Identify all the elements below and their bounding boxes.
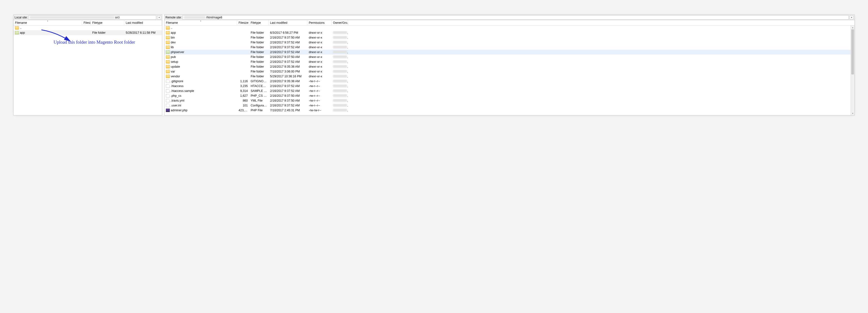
- table-row[interactable]: varFile folder7/10/2017 3:06:00 PMdrwxr-…: [164, 69, 850, 74]
- remote-path-dropdown[interactable]: ▾: [849, 16, 854, 20]
- owner-cell: [332, 80, 348, 83]
- owner-cell: [332, 70, 348, 74]
- file-icon: [166, 94, 170, 97]
- permissions-cell: drwxr-xr-x: [307, 36, 332, 39]
- local-col-lastmod[interactable]: Last modified: [124, 20, 162, 25]
- filetype-cell: File folder: [249, 41, 269, 44]
- filename-cell: .htaccess.sample: [164, 89, 237, 93]
- owner-blur: [333, 80, 347, 82]
- table-row[interactable]: adminer.php423,951PHP File7/10/2017 2:45…: [164, 108, 850, 113]
- scroll-down-icon[interactable]: ▾: [851, 111, 855, 115]
- filename-text: app: [171, 31, 176, 34]
- table-row[interactable]: libFile folder2/16/2017 9:37:52 AMdrwxr-…: [164, 45, 850, 50]
- permissions-cell: -rw-r--r--: [307, 84, 332, 88]
- filename-text: .gitignore: [171, 80, 183, 83]
- remote-col-perms[interactable]: Permissions: [307, 20, 332, 25]
- permissions-cell: drwxr-xr-x: [307, 70, 332, 73]
- local-path-input[interactable]: src\: [29, 15, 156, 20]
- owner-cell: [332, 65, 348, 68]
- owner-cell: [332, 109, 348, 112]
- filesize-cell: 9,314: [237, 89, 249, 93]
- filetype-cell: File folder: [249, 55, 269, 59]
- filename-cell: update: [164, 65, 237, 68]
- table-row[interactable]: devFile folder2/16/2017 9:37:52 AMdrwxr-…: [164, 40, 850, 45]
- filetype-cell: File folder: [249, 60, 269, 63]
- filename-text: vendor: [171, 75, 180, 78]
- table-row[interactable]: setupFile folder2/16/2017 9:37:52 AMdrwx…: [164, 59, 850, 64]
- lastmod-cell: 2/16/2017 9:37:50 AM: [269, 94, 307, 97]
- table-row[interactable]: ..: [13, 25, 162, 30]
- filetype-cell: File folder: [249, 51, 269, 54]
- filetype-cell: File folder: [249, 46, 269, 49]
- remote-col-lastmod[interactable]: Last modified: [269, 20, 307, 25]
- table-row[interactable]: .user.ini101Configurat...2/16/2017 9:37:…: [164, 103, 850, 108]
- local-header: Local site: src\ ▾: [13, 15, 162, 20]
- table-row[interactable]: .php_cs1,627PHP_CS File2/16/2017 9:37:50…: [164, 93, 850, 98]
- table-row[interactable]: .gitignore1,116GITIGNOR...2/16/2017 9:35…: [164, 79, 850, 84]
- table-row[interactable]: appFile folder6/3/2017 6:56:27 PMdrwxr-x…: [164, 30, 850, 35]
- local-rows[interactable]: ..appFile folder5/26/2017 6:11:58 PM: [13, 25, 162, 115]
- filetype-cell: File folder: [249, 65, 269, 68]
- folder-icon: [166, 75, 170, 78]
- remote-col-owner[interactable]: Owner/Gro...: [332, 20, 348, 25]
- owner-cell: [332, 94, 348, 98]
- lastmod-cell: 2/16/2017 9:37:52 AM: [269, 51, 307, 54]
- table-row[interactable]: .htaccess.sample9,314SAMPLE File2/16/201…: [164, 88, 850, 93]
- folder-icon: [166, 70, 170, 73]
- owner-blur: [333, 41, 347, 44]
- remote-scrollbar[interactable]: ▴ ▾: [850, 25, 855, 115]
- scroll-up-icon[interactable]: ▴: [851, 25, 855, 29]
- chevron-down-icon: ▾: [159, 16, 160, 19]
- scroll-thumb[interactable]: [851, 29, 854, 75]
- filesize-cell: 423,951: [237, 109, 249, 112]
- table-row[interactable]: .htaccess3,235HTACCESS...2/16/2017 9:37:…: [164, 84, 850, 88]
- owner-blur: [333, 31, 347, 34]
- permissions-cell: -rw-r--r--: [307, 94, 332, 97]
- remote-rows[interactable]: ..appFile folder6/3/2017 6:56:27 PMdrwxr…: [164, 25, 850, 115]
- local-col-filetype[interactable]: Filetype: [91, 20, 124, 25]
- table-row[interactable]: updateFile folder2/16/2017 9:35:38 AMdrw…: [164, 64, 850, 69]
- local-columns: Filename ▴ Filesize Filetype Last modifi…: [13, 20, 162, 25]
- table-row[interactable]: ..: [164, 25, 850, 30]
- permissions-cell: drwxr-xr-x: [307, 41, 332, 44]
- table-row[interactable]: vendorFile folder5/29/2017 10:36:16 PMdr…: [164, 74, 850, 79]
- table-row[interactable]: pubFile folder2/16/2017 9:37:50 AMdrwxr-…: [164, 55, 850, 59]
- lastmod-cell: 2/16/2017 9:35:38 AM: [269, 80, 307, 83]
- file-icon: [166, 80, 170, 83]
- filetype-cell: PHP_CS File: [249, 94, 269, 97]
- local-path-dropdown[interactable]: ▾: [157, 16, 161, 20]
- table-row[interactable]: appFile folder5/26/2017 6:11:58 PM: [13, 30, 162, 35]
- owner-cell: [332, 104, 348, 107]
- filename-text: .htaccess.sample: [171, 89, 194, 93]
- filename-text: phpserver: [171, 51, 184, 54]
- owner-cell: [332, 36, 348, 39]
- filename-text: update: [171, 65, 180, 68]
- table-row[interactable]: phpserverFile folder2/16/2017 9:37:52 AM…: [164, 50, 850, 55]
- owner-blur: [333, 104, 347, 107]
- filetype-cell: File folder: [249, 70, 269, 73]
- owner-cell: [332, 99, 348, 103]
- local-col-filesize[interactable]: Filesize: [82, 20, 91, 25]
- remote-path-input[interactable]: /html/mage8: [183, 15, 848, 20]
- table-row[interactable]: binFile folder2/16/2017 9:37:50 AMdrwxr-…: [164, 35, 850, 40]
- owner-cell: [332, 89, 348, 93]
- folder-icon: [15, 26, 19, 30]
- filesize-cell: 860: [237, 99, 249, 102]
- permissions-cell: drwxr-xr-x: [307, 55, 332, 59]
- lastmod-cell: 2/16/2017 9:37:52 AM: [269, 41, 307, 44]
- filename-cell: adminer.php: [164, 109, 237, 112]
- table-row: [164, 113, 850, 115]
- table-row[interactable]: .travis.yml860YML File2/16/2017 9:37:50 …: [164, 98, 850, 103]
- remote-col-filetype[interactable]: Filetype: [249, 20, 269, 25]
- remote-header: Remote site: /html/mage8 ▾: [164, 15, 855, 20]
- local-listview: Filename ▴ Filesize Filetype Last modifi…: [13, 20, 162, 115]
- local-col-filename[interactable]: Filename ▴: [13, 20, 82, 25]
- lastmod-cell: 2/16/2017 9:37:52 AM: [269, 84, 307, 88]
- remote-columns: Filename ▴ Filesize Filetype Last modifi…: [164, 20, 855, 25]
- permissions-cell: -rw-r--r--: [307, 99, 332, 102]
- scroll-track[interactable]: [851, 29, 855, 111]
- permissions-cell: drwxr-xr-x: [307, 65, 332, 68]
- remote-col-filename[interactable]: Filename ▴: [164, 20, 237, 25]
- remote-col-filesize[interactable]: Filesize: [237, 20, 249, 25]
- filetype-cell: SAMPLE File: [249, 89, 269, 93]
